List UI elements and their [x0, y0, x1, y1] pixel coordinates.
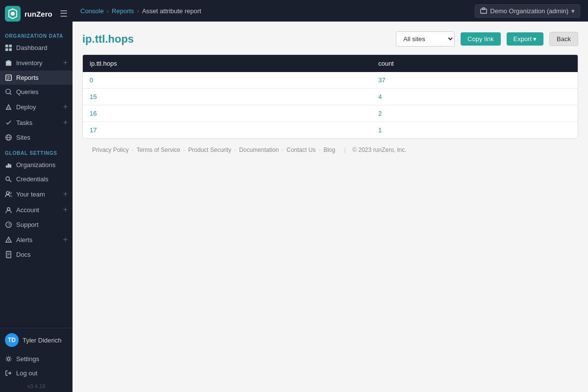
footer-link-product-security[interactable]: Product Security [188, 147, 231, 153]
table-cell-count[interactable]: 4 [371, 89, 578, 105]
sidebar-item-support[interactable]: ? Support [0, 218, 73, 232]
sidebar-item-organizations[interactable]: Organizations [0, 158, 73, 172]
table-cell-value[interactable]: 16 [83, 105, 371, 122]
table-row: 17 1 [83, 122, 578, 139]
svg-rect-3 [9, 45, 12, 48]
sidebar-item-account[interactable]: Account + [0, 202, 73, 218]
footer-link-blog[interactable]: Blog [323, 147, 335, 153]
topbar: Console › Reports › Asset attribute repo… [73, 0, 588, 22]
sidebar-item-your-team[interactable]: Your team + [0, 186, 73, 202]
svg-point-29 [8, 241, 9, 242]
deploy-plus-icon[interactable]: + [63, 102, 68, 111]
table-cell-value[interactable]: 17 [83, 122, 371, 139]
sidebar-item-credentials-label: Credentials [16, 175, 49, 183]
breadcrumb-sep-1: › [107, 7, 109, 15]
svg-rect-18 [6, 165, 8, 168]
support-icon: ? [5, 221, 12, 228]
deploy-icon [5, 103, 12, 111]
svg-point-23 [6, 191, 9, 194]
footer-link-documentation[interactable]: Documentation [239, 147, 279, 153]
inventory-icon [5, 59, 12, 67]
table-cell-value[interactable]: 15 [83, 89, 371, 105]
sidebar-item-account-label: Account [16, 206, 39, 214]
alerts-icon [5, 236, 12, 244]
sidebar-item-queries[interactable]: Queries [0, 85, 73, 99]
svg-rect-37 [483, 8, 485, 10]
logout-item[interactable]: Log out [0, 366, 73, 380]
table-cell-count[interactable]: 2 [371, 105, 578, 122]
sidebar-item-alerts[interactable]: Alerts + [0, 232, 73, 247]
export-chevron-icon: ▾ [533, 35, 537, 43]
org-chevron-icon: ▾ [571, 7, 575, 15]
sidebar-item-reports-label: Reports [16, 74, 39, 81]
page-footer: Privacy Policy - Terms of Service - Prod… [82, 139, 578, 161]
sidebar-item-tasks[interactable]: Tasks + [0, 115, 73, 130]
sidebar-item-inventory-label: Inventory [16, 59, 42, 67]
svg-point-25 [7, 207, 10, 210]
inventory-plus-icon[interactable]: + [63, 58, 68, 67]
table-cell-count[interactable]: 37 [371, 72, 578, 89]
sites-icon [5, 134, 12, 141]
tasks-icon [5, 119, 12, 126]
sidebar-item-deploy-label: Deploy [16, 103, 36, 111]
export-label: Export [514, 35, 532, 43]
svg-rect-4 [5, 48, 8, 51]
account-plus-icon[interactable]: + [63, 205, 68, 214]
logo-text: runZero [24, 10, 52, 18]
footer-link-terms-of-service[interactable]: Terms of Service [137, 147, 180, 153]
logout-icon [5, 369, 12, 377]
report-table-container: ip.ttl.hops count 0 37 15 4 16 2 17 1 [82, 54, 578, 139]
export-button[interactable]: Export ▾ [507, 32, 544, 46]
footer-sep-2: - [183, 147, 185, 153]
settings-icon [5, 355, 12, 363]
user-section: TD Tyler Diderich [0, 328, 73, 352]
sidebar-item-docs-label: Docs [16, 251, 31, 258]
tasks-plus-icon[interactable]: + [63, 118, 68, 127]
credentials-icon [5, 175, 12, 183]
breadcrumb-reports[interactable]: Reports [112, 7, 134, 15]
sidebar-item-credentials[interactable]: Credentials [0, 172, 73, 186]
svg-line-22 [9, 180, 11, 182]
logout-label: Log out [16, 369, 37, 377]
footer-divider: | [344, 147, 345, 153]
sidebar-item-reports[interactable]: Reports [0, 71, 73, 85]
svg-point-34 [7, 358, 10, 361]
sidebar-item-your-team-label: Your team [16, 191, 45, 198]
col-header-attribute: ip.ttl.hops [83, 55, 371, 72]
svg-marker-13 [6, 104, 11, 109]
table-cell-count[interactable]: 1 [371, 122, 578, 139]
settings-item[interactable]: Settings [0, 352, 73, 366]
org-icon [480, 7, 487, 14]
svg-rect-2 [5, 45, 8, 48]
breadcrumb-console[interactable]: Console [80, 7, 104, 15]
footer-sep-4: - [282, 147, 284, 153]
breadcrumb-current: Asset attribute report [142, 7, 201, 15]
alerts-plus-icon[interactable]: + [63, 235, 68, 244]
back-button[interactable]: Back [549, 32, 578, 46]
sidebar-item-inventory[interactable]: Inventory + [0, 55, 73, 71]
copy-link-button[interactable]: Copy link [461, 32, 500, 46]
version-text: v3.4.19 [0, 380, 73, 392]
sidebar-item-deploy[interactable]: Deploy + [0, 99, 73, 115]
sidebar-header: runZero ☰ [0, 0, 73, 27]
table-row: 0 37 [83, 72, 578, 89]
your-team-plus-icon[interactable]: + [63, 190, 68, 198]
table-cell-value[interactable]: 0 [83, 72, 371, 89]
svg-point-24 [9, 192, 11, 194]
breadcrumb: Console › Reports › Asset attribute repo… [80, 7, 201, 15]
sidebar-item-docs[interactable]: Docs [0, 247, 73, 262]
site-selector[interactable]: All sites [396, 31, 455, 47]
avatar-initials: TD [8, 337, 16, 343]
sidebar-item-dashboard[interactable]: Dashboard [0, 41, 73, 55]
table-header-row: ip.ttl.hops count [83, 55, 578, 72]
footer-link-privacy-policy[interactable]: Privacy Policy [92, 147, 129, 153]
sidebar-item-sites[interactable]: Sites [0, 130, 73, 145]
queries-icon [5, 88, 12, 96]
footer-sep-1: - [132, 147, 134, 153]
hamburger-icon[interactable]: ☰ [60, 8, 68, 19]
svg-rect-20 [9, 165, 11, 168]
global-section-label: GLOBAL SETTINGS [0, 145, 73, 158]
sidebar-item-support-label: Support [16, 221, 39, 228]
footer-link-contact-us[interactable]: Contact Us [287, 147, 316, 153]
org-selector[interactable]: Demo Organization (admin) ▾ [475, 4, 580, 18]
